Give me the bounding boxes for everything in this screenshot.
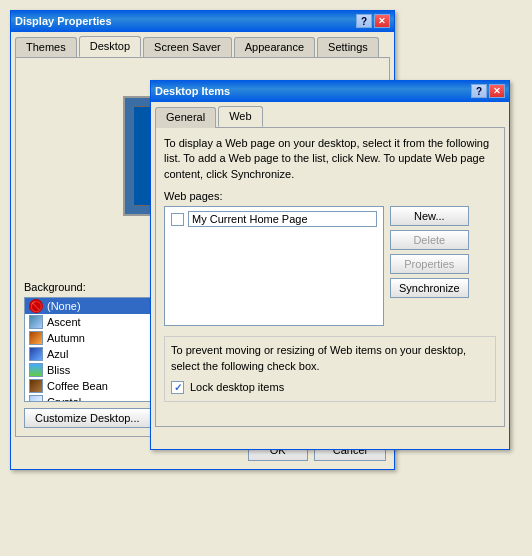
autumn-icon: [29, 331, 43, 345]
bg-item-ascent-label: Ascent: [47, 316, 81, 328]
web-pages-container: My Current Home Page New... Delete Prope…: [164, 206, 496, 326]
desktop-items-tabs: General Web: [151, 102, 509, 127]
di-close-button[interactable]: ✕: [489, 84, 505, 98]
tab-themes[interactable]: Themes: [15, 37, 77, 58]
web-page-item[interactable]: My Current Home Page: [167, 209, 381, 229]
bliss-icon: [29, 363, 43, 377]
bg-item-bliss[interactable]: Bliss: [25, 362, 163, 378]
bg-item-ascent[interactable]: Ascent: [25, 314, 163, 330]
bg-item-coffeebean[interactable]: Coffee Bean: [25, 378, 163, 394]
di-tab-general[interactable]: General: [155, 107, 216, 128]
azul-icon: [29, 347, 43, 361]
bg-item-crystal[interactable]: Crystal: [25, 394, 163, 402]
lock-label: Lock desktop items: [190, 380, 284, 395]
display-props-titlebar[interactable]: Display Properties ? ✕: [11, 10, 394, 32]
web-page-checkbox[interactable]: [171, 213, 184, 226]
web-page-name: My Current Home Page: [188, 211, 377, 227]
none-icon: 🚫: [29, 299, 43, 313]
bg-item-coffeebean-label: Coffee Bean: [47, 380, 108, 392]
bg-item-autumn[interactable]: Autumn: [25, 330, 163, 346]
desktop-items-title: Desktop Items: [155, 85, 230, 97]
properties-button[interactable]: Properties: [390, 254, 469, 274]
lock-description: To prevent moving or resizing of Web ite…: [171, 343, 489, 374]
tab-appearance[interactable]: Appearance: [234, 37, 315, 58]
web-pages-label: Web pages:: [164, 190, 496, 202]
synchronize-button[interactable]: Synchronize: [390, 278, 469, 298]
di-tab-web[interactable]: Web: [218, 106, 262, 127]
bg-item-bliss-label: Bliss: [47, 364, 70, 376]
new-button[interactable]: New...: [390, 206, 469, 226]
bg-item-crystal-label: Crystal: [47, 396, 81, 402]
display-props-title: Display Properties: [15, 15, 112, 27]
bg-item-none-label: (None): [47, 300, 81, 312]
web-pages-list[interactable]: My Current Home Page: [164, 206, 384, 326]
customize-desktop-button[interactable]: Customize Desktop...: [24, 408, 151, 428]
ascent-icon: [29, 315, 43, 329]
display-props-tabs: Themes Desktop Screen Saver Appearance S…: [11, 32, 394, 57]
bg-item-azul[interactable]: Azul: [25, 346, 163, 362]
web-action-buttons: New... Delete Properties Synchronize: [390, 206, 469, 326]
bg-item-none[interactable]: 🚫 (None): [25, 298, 163, 314]
delete-button[interactable]: Delete: [390, 230, 469, 250]
desktop-items-content: To display a Web page on your desktop, s…: [155, 127, 505, 427]
desktop-items-window: Desktop Items ? ✕ General Web To display…: [150, 80, 510, 450]
bg-item-autumn-label: Autumn: [47, 332, 85, 344]
tab-screensaver[interactable]: Screen Saver: [143, 37, 232, 58]
lock-checkbox[interactable]: [171, 381, 184, 394]
background-list[interactable]: 🚫 (None) Ascent Autumn Azul Bliss: [24, 297, 164, 402]
crystal-icon: [29, 395, 43, 402]
help-button[interactable]: ?: [356, 14, 372, 28]
close-button[interactable]: ✕: [374, 14, 390, 28]
desktop-items-titlebar[interactable]: Desktop Items ? ✕: [151, 80, 509, 102]
coffeebean-icon: [29, 379, 43, 393]
tab-desktop[interactable]: Desktop: [79, 36, 141, 57]
bg-item-azul-label: Azul: [47, 348, 68, 360]
lock-section: To prevent moving or resizing of Web ite…: [164, 336, 496, 402]
web-description: To display a Web page on your desktop, s…: [164, 136, 496, 182]
tab-settings[interactable]: Settings: [317, 37, 379, 58]
lock-checkbox-row[interactable]: Lock desktop items: [171, 380, 489, 395]
di-help-button[interactable]: ?: [471, 84, 487, 98]
